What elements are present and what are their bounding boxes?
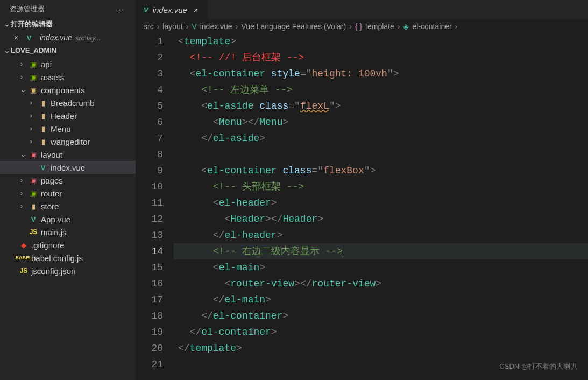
code-line[interactable]: <!-- 左边菜单 --> bbox=[174, 82, 588, 98]
folder-icon: ▣ bbox=[28, 85, 39, 95]
folder-icon: ▣ bbox=[28, 188, 39, 198]
tree-label: main.js bbox=[41, 228, 67, 237]
bc-item[interactable]: Vue Language Features (Volar) bbox=[241, 22, 346, 31]
folder-icon: ▣ bbox=[28, 175, 39, 185]
chevron-right-icon: › bbox=[20, 60, 28, 68]
code-line[interactable]: <Menu></Menu> bbox=[174, 114, 588, 130]
breadcrumb[interactable]: src › layout › V index.vue › Vue Languag… bbox=[136, 19, 588, 33]
tree-label: router bbox=[41, 189, 62, 198]
tree-label: components bbox=[41, 86, 85, 95]
chevron-right-icon: › bbox=[20, 202, 28, 210]
line-gutter: 123456789101112131415161718192021 bbox=[136, 33, 174, 380]
chevron-right-icon: › bbox=[236, 22, 238, 31]
tree-label: .gitignore bbox=[31, 241, 65, 250]
vue-icon: V bbox=[192, 22, 196, 31]
code-line[interactable]: </el-container> bbox=[174, 308, 588, 324]
code-line[interactable]: <!-- 头部框架 --> bbox=[174, 179, 588, 195]
open-editor-item[interactable]: × V index.vue src\lay... bbox=[0, 31, 136, 44]
tree-label: assets bbox=[41, 73, 64, 82]
workspace-name: LOVE_ADMIN bbox=[11, 46, 56, 54]
close-icon[interactable]: × bbox=[192, 5, 200, 15]
chevron-right-icon: › bbox=[20, 73, 28, 81]
folder-icon: ▮ bbox=[38, 124, 48, 133]
chevron-right-icon: › bbox=[20, 177, 28, 184]
tree-folder[interactable]: ›▣api bbox=[0, 58, 136, 71]
code-editor[interactable]: 123456789101112131415161718192021 <templ… bbox=[136, 33, 588, 380]
chevron-down-icon: ⌄ bbox=[3, 20, 11, 28]
tree-folder[interactable]: ⌄▣layout bbox=[0, 148, 136, 161]
chevron-down-icon: ⌄ bbox=[20, 151, 28, 158]
tree-folder[interactable]: ›▮Breadcrumb bbox=[0, 96, 136, 109]
open-editor-file: index.vue bbox=[40, 33, 72, 42]
folder-icon: ▮ bbox=[38, 98, 48, 108]
folder-icon: ▣ bbox=[28, 59, 39, 69]
tree-label: Header bbox=[51, 111, 77, 121]
folder-icon: ▮ bbox=[38, 137, 48, 146]
code-line[interactable]: <el-header> bbox=[174, 195, 588, 211]
vue-icon: V bbox=[24, 33, 34, 43]
code-line[interactable]: </el-container> bbox=[174, 324, 588, 340]
js-icon: JS bbox=[28, 227, 39, 237]
tree-folder[interactable]: ›▮store bbox=[0, 200, 136, 213]
code-line[interactable] bbox=[174, 146, 588, 163]
tree-folder[interactable]: ›▮Header bbox=[0, 109, 136, 122]
code-line[interactable]: <el-container class="flexBox"> bbox=[174, 163, 588, 179]
explorer-title: 资源管理器 bbox=[10, 4, 45, 14]
chevron-right-icon: › bbox=[30, 99, 38, 107]
code-line[interactable]: </template> bbox=[174, 340, 588, 356]
braces-icon: { } bbox=[355, 22, 362, 31]
tree-file[interactable]: BABELbabel.config.js bbox=[0, 251, 136, 264]
open-editor-path: src\lay... bbox=[75, 34, 101, 42]
tab-bar: V index.vue × bbox=[136, 0, 588, 19]
tree-file[interactable]: JSjsconfig.json bbox=[0, 264, 136, 277]
chevron-down-icon: ⌄ bbox=[20, 86, 28, 94]
chevron-right-icon: › bbox=[455, 22, 458, 31]
tree-label: App.vue bbox=[41, 215, 70, 224]
code-line[interactable]: <template> bbox=[174, 33, 588, 50]
code-line[interactable]: </el-aside> bbox=[174, 130, 588, 146]
explorer-header: 资源管理器 ··· bbox=[0, 0, 136, 17]
bc-item[interactable]: layout bbox=[162, 22, 182, 31]
code-line[interactable]: <!-- 右边二级内容显示 --> bbox=[174, 243, 588, 259]
tree-file[interactable]: ◆.gitignore bbox=[0, 238, 136, 251]
open-editors-label: 打开的编辑器 bbox=[11, 19, 53, 29]
bc-item[interactable]: el-container bbox=[412, 22, 451, 31]
chevron-right-icon: › bbox=[186, 22, 189, 31]
tree-folder[interactable]: ›▣pages bbox=[0, 174, 136, 187]
code-line[interactable]: <Header></Header> bbox=[174, 211, 588, 227]
tree-folder[interactable]: ⌄▣components bbox=[0, 83, 136, 96]
tree-folder[interactable]: ›▣assets bbox=[0, 71, 136, 83]
tree-file[interactable]: Vindex.vue bbox=[0, 161, 136, 174]
code-line[interactable]: </el-header> bbox=[174, 227, 588, 243]
explorer-sidebar: 资源管理器 ··· ⌄ 打开的编辑器 × V index.vue src\lay… bbox=[0, 0, 136, 380]
tree-file[interactable]: JSmain.js bbox=[0, 226, 136, 238]
code-line[interactable]: <el-container style="height: 100vh"> bbox=[174, 66, 588, 82]
code-line[interactable]: <el-aside class="flexL"> bbox=[174, 98, 588, 114]
tree-folder[interactable]: ›▮wangeditor bbox=[0, 135, 136, 148]
workspace-header[interactable]: ⌄ LOVE_ADMIN bbox=[0, 44, 136, 57]
open-editors-header[interactable]: ⌄ 打开的编辑器 bbox=[0, 17, 136, 31]
component-icon: ◈ bbox=[403, 22, 409, 31]
code-body[interactable]: <template> <!-- //! 后台框架 --> <el-contain… bbox=[174, 33, 588, 380]
more-icon[interactable]: ··· bbox=[112, 5, 128, 13]
chevron-right-icon: › bbox=[349, 22, 352, 31]
chevron-down-icon: ⌄ bbox=[3, 47, 11, 54]
tree-label: api bbox=[41, 60, 52, 69]
close-icon[interactable]: × bbox=[12, 33, 20, 42]
code-line[interactable]: <!-- //! 后台框架 --> bbox=[174, 50, 588, 66]
tab-index-vue[interactable]: V index.vue × bbox=[136, 0, 208, 19]
folder-icon: ▮ bbox=[28, 201, 39, 211]
bc-item[interactable]: index.vue bbox=[200, 22, 232, 31]
chevron-right-icon: › bbox=[20, 189, 28, 197]
chevron-right-icon: › bbox=[30, 125, 38, 132]
bc-item[interactable]: src bbox=[144, 22, 154, 31]
tree-file[interactable]: VApp.vue bbox=[0, 213, 136, 226]
code-line[interactable]: <router-view></router-view> bbox=[174, 276, 588, 292]
code-line[interactable]: </el-main> bbox=[174, 292, 588, 308]
tree-folder[interactable]: ›▮Menu bbox=[0, 122, 136, 135]
chevron-right-icon: › bbox=[30, 138, 38, 145]
tree-folder[interactable]: ›▣router bbox=[0, 187, 136, 200]
code-line[interactable]: <el-main> bbox=[174, 259, 588, 276]
bc-item[interactable]: template bbox=[365, 22, 394, 31]
folder-icon: ▣ bbox=[28, 150, 39, 159]
